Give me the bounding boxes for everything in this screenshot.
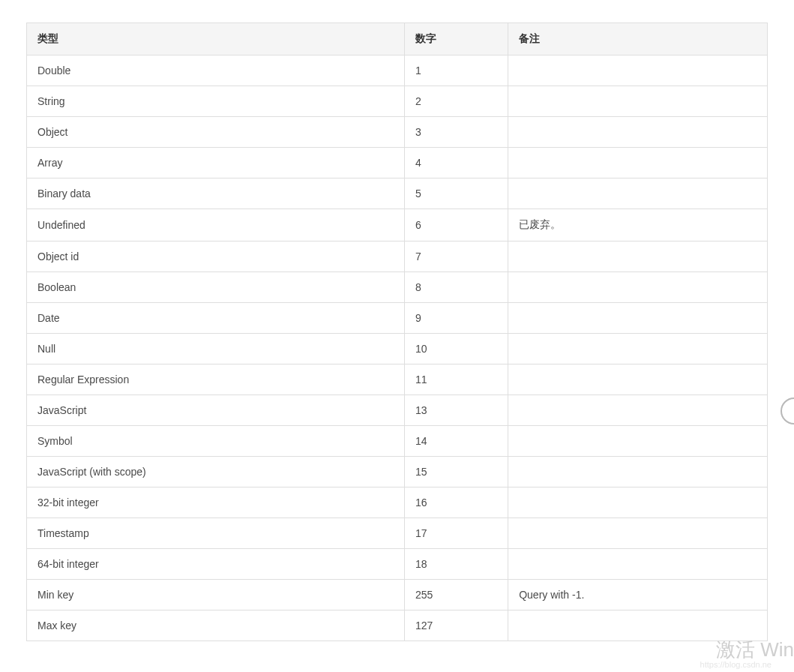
cell-number: 10 <box>404 334 508 364</box>
table-row: Object id7 <box>27 242 768 272</box>
cell-type: JavaScript (with scope) <box>27 457 405 488</box>
table-row: JavaScript (with scope)15 <box>27 457 768 488</box>
table-row: Binary data5 <box>27 178 768 209</box>
cell-number: 15 <box>404 457 508 488</box>
cell-note <box>508 518 768 549</box>
table-row: Symbol14 <box>27 426 768 457</box>
cell-type: Double <box>27 56 405 86</box>
cell-type: Regular Expression <box>27 364 405 395</box>
cell-number: 6 <box>404 209 508 242</box>
cell-type: Array <box>27 148 405 178</box>
cell-number: 13 <box>404 395 508 426</box>
cell-note <box>508 178 768 209</box>
cell-type: Binary data <box>27 178 405 209</box>
table-row: String2 <box>27 86 768 117</box>
cell-number: 7 <box>404 242 508 272</box>
cell-type: Object <box>27 117 405 148</box>
cell-number: 5 <box>404 178 508 209</box>
table-row: Regular Expression11 <box>27 364 768 395</box>
cell-type: String <box>27 86 405 117</box>
table-row: JavaScript13 <box>27 395 768 426</box>
cell-number: 255 <box>404 580 508 610</box>
cell-note <box>508 457 768 488</box>
cell-note <box>508 148 768 178</box>
cell-note <box>508 549 768 580</box>
cell-number: 2 <box>404 86 508 117</box>
table-row: Timestamp17 <box>27 518 768 549</box>
cell-note <box>508 334 768 364</box>
table-row: 64-bit integer18 <box>27 549 768 580</box>
cell-note <box>508 86 768 117</box>
table-row: Undefined6已废弃。 <box>27 209 768 242</box>
cell-number: 1 <box>404 56 508 86</box>
cell-note <box>508 426 768 457</box>
cell-type: Symbol <box>27 426 405 457</box>
cell-number: 11 <box>404 364 508 395</box>
cell-number: 8 <box>404 272 508 303</box>
side-handle[interactable] <box>781 398 794 424</box>
watermark-text: 激活 Win <box>716 637 794 663</box>
cell-note <box>508 272 768 303</box>
cell-number: 16 <box>404 488 508 518</box>
table-row: Object3 <box>27 117 768 148</box>
table-row: 32-bit integer16 <box>27 488 768 518</box>
cell-note <box>508 117 768 148</box>
table-row: Date9 <box>27 303 768 334</box>
cell-note: 已废弃。 <box>508 209 768 242</box>
cell-note <box>508 395 768 426</box>
watermark-url: https://blog.csdn.ne <box>700 660 772 669</box>
cell-type: Null <box>27 334 405 364</box>
cell-number: 18 <box>404 549 508 580</box>
cell-note <box>508 488 768 518</box>
table-row: Null10 <box>27 334 768 364</box>
cell-note: Query with -1. <box>508 580 768 610</box>
cell-note <box>508 303 768 334</box>
cell-note <box>508 242 768 272</box>
table-header-row: 类型 数字 备注 <box>27 23 768 56</box>
header-type: 类型 <box>27 23 405 56</box>
header-note: 备注 <box>508 23 768 56</box>
table-row: Double1 <box>27 56 768 86</box>
cell-number: 127 <box>404 610 508 641</box>
cell-type: JavaScript <box>27 395 405 426</box>
cell-type: Date <box>27 303 405 334</box>
cell-type: Min key <box>27 580 405 610</box>
cell-type: 64-bit integer <box>27 549 405 580</box>
types-table: 类型 数字 备注 Double1String2Object3Array4Bina… <box>26 22 768 641</box>
table-row: Max key127 <box>27 610 768 641</box>
cell-type: Undefined <box>27 209 405 242</box>
cell-type: Boolean <box>27 272 405 303</box>
table-body: Double1String2Object3Array4Binary data5U… <box>27 56 768 641</box>
table-row: Array4 <box>27 148 768 178</box>
table-row: Min key255Query with -1. <box>27 580 768 610</box>
cell-number: 3 <box>404 117 508 148</box>
header-number: 数字 <box>404 23 508 56</box>
cell-type: Object id <box>27 242 405 272</box>
cell-note <box>508 364 768 395</box>
cell-number: 14 <box>404 426 508 457</box>
table-row: Boolean8 <box>27 272 768 303</box>
cell-type: Max key <box>27 610 405 641</box>
cell-number: 9 <box>404 303 508 334</box>
cell-note <box>508 56 768 86</box>
cell-type: 32-bit integer <box>27 488 405 518</box>
cell-number: 17 <box>404 518 508 549</box>
cell-type: Timestamp <box>27 518 405 549</box>
cell-number: 4 <box>404 148 508 178</box>
